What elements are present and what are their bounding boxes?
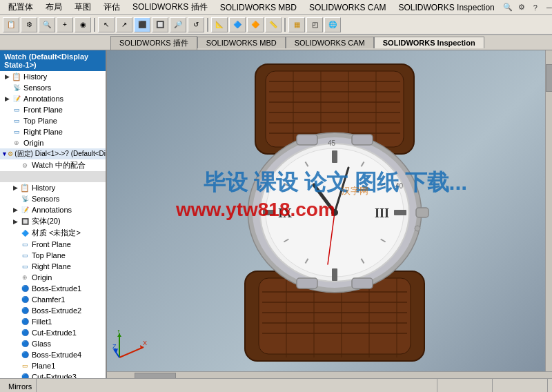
toolbar-view-3[interactable]: ⬛ [134,17,150,32]
toolbar-view-1[interactable]: ↖ [98,17,115,32]
expand-icon[interactable]: ▼ [1,150,8,158]
feature-icon: 🔵 [19,295,30,304]
expand-icon[interactable]: ▶ [11,206,19,214]
menu-sw-mbd[interactable]: SOLIDWORKS MBD [215,1,302,14]
expand-icon [11,340,19,348]
toolbar-display-3[interactable]: 🌐 [324,17,341,32]
expand-icon [11,262,19,271]
tree-item-cut-extrude3[interactable]: 🔵 Cut-Extrude3 [0,371,106,378]
3d-viewport[interactable]: IX III 45 40 毕设 课设 论文 图纸 下载.. [107,50,552,378]
right-icons-bar: 🔍 ⚙ ? ─ □ ✕ [502,1,552,14]
tree-item-cut-extrude1[interactable]: 🔵 Cut-Extrude1 [0,327,106,338]
toolbar-view-4[interactable]: 🔲 [152,17,168,32]
tree-item-dial-assembly[interactable]: ▼ ⚙ (固定) Dial<1>->? (Default<Di [0,148,106,159]
svg-text:45: 45 [328,139,336,147]
toolbar-btn-2[interactable]: ⚙ [21,17,37,32]
tree-label: Sensors [32,195,59,203]
svg-rect-32 [332,268,337,281]
scrollbar-thumb-h[interactable] [135,373,176,378]
tree-item-material[interactable]: 🔷 材质 <未指定> [0,227,106,239]
tree-item-glass[interactable]: 🔵 Glass [0,338,106,349]
toolbar-btn-4[interactable]: + [57,17,73,32]
menu-评估[interactable]: 评估 [98,0,126,14]
tree-item-sub-front[interactable]: ▭ Front Plane [0,239,106,250]
svg-rect-52 [297,278,317,288]
toolbar-view-6[interactable]: ↺ [188,17,204,32]
tab-sw-cam[interactable]: SOLIDWORKS CAM [286,37,374,48]
toolbar-mate-2[interactable]: 🔷 [229,17,246,32]
toolbar-view-5[interactable]: 🔎 [170,17,186,32]
svg-line-55 [119,347,144,357]
feature-tree-panel[interactable]: Watch (Default<Display State-1>) ▶ 📋 His… [0,50,107,378]
toolbar-mate-4[interactable]: 📏 [265,17,282,32]
material-icon: 🔷 [19,228,30,238]
svg-text:Z: Z [112,343,117,350]
toolbar-view-2[interactable]: ↗ [116,17,132,32]
toolbar-btn-5[interactable]: ◉ [75,17,91,32]
tree-label: Right Plane [23,128,63,136]
expand-icon [11,161,19,170]
expand-icon[interactable]: ▶ [11,184,19,192]
tree-item-sub-origin[interactable]: ⊕ Origin [0,272,106,283]
menu-sw-cam[interactable]: SOLIDWORKS CAM [304,1,391,14]
tree-item-sub-top[interactable]: ▭ Top Plane [0,250,106,261]
tree-item-sub-annotations[interactable]: ▶ 📝 Annotations [0,204,106,215]
search-icon[interactable]: 🔍 [502,1,514,14]
tree-item-sub-sensors[interactable]: 📡 Sensors [0,193,106,204]
menu-布局[interactable]: 布局 [40,0,68,14]
menu-sw-inspection[interactable]: SOLIDWORKS Inspection [393,1,500,14]
expand-icon [11,195,19,203]
tree-item-sub-history[interactable]: ▶ 📋 History [0,182,106,193]
menu-配置体[interactable]: 配置体 [3,0,39,14]
assembly-icon: ⚙ [8,149,13,159]
menu-sw-plugins[interactable]: SOLIDWORKS 插件 [127,0,213,14]
feature-tree-header: Watch (Default<Display State-1>) [0,50,106,71]
expand-icon[interactable]: ▶ [3,95,11,103]
tree-item-annotations-root[interactable]: ▶ 📝 Annotations [0,93,106,104]
viewport-scrollbar-v[interactable] [545,50,552,378]
tree-item-boss-extrude4[interactable]: 🔵 Boss-Extrude4 [0,349,106,360]
viewport-scrollbar-h[interactable] [107,371,552,378]
tree-item-chamfer1[interactable]: 🔵 Chamfer1 [0,294,106,305]
tree-label: History [23,72,47,81]
menu-草图[interactable]: 草图 [69,0,97,14]
tab-sw-plugins[interactable]: SOLIDWORKS 插件 [110,36,197,50]
tree-label: Fillet1 [32,317,52,326]
tree-item-front-plane[interactable]: ▭ Front Plane [0,104,106,115]
expand-icon[interactable]: ▶ [3,72,11,81]
tree-label: Cut-Extrude3 [32,373,77,378]
tree-label: Boss-Extrude2 [32,306,81,315]
tree-item-history-root[interactable]: ▶ 📋 History [0,71,106,82]
tree-item-top-plane[interactable]: ▭ Top Plane [0,115,106,126]
toolbar-mate-3[interactable]: 🔶 [247,17,264,32]
menu-bar: 配置体 布局 草图 评估 SOLIDWORKS 插件 SOLIDWORKS MB… [0,0,552,15]
tree-item-sub-right[interactable]: ▭ Right Plane [0,261,106,272]
plane-icon: ▭ [19,262,30,271]
expand-icon [11,240,19,248]
tree-item-watch-mates[interactable]: ⚙ Watch 中的配合 [0,159,106,171]
scrollbar-thumb-v[interactable] [546,64,552,92]
expand-icon [11,306,19,315]
toolbar-display-1[interactable]: ▦ [288,17,305,32]
tab-sw-inspection[interactable]: SOLIDWORKS Inspection [374,37,484,48]
tree-item-fillet1[interactable]: 🔵 Fillet1 [0,316,106,327]
toolbar-display-2[interactable]: ◰ [306,17,323,32]
tree-item-plane1[interactable]: ▭ Plane1 [0,360,106,371]
settings-icon[interactable]: ⚙ [515,1,528,14]
expand-icon [3,84,11,92]
tab-sw-mbd[interactable]: SOLIDWORKS MBD [197,37,286,48]
tree-label: Origin [32,273,52,282]
tree-item-right-plane[interactable]: ▭ Right Plane [0,126,106,137]
tree-item-boss-extrude2[interactable]: 🔵 Boss-Extrude2 [0,305,106,316]
tree-item-solid-bodies[interactable]: ▶ 🔲 实体(20) [0,215,106,227]
tree-item-origin[interactable]: ⊕ Origin [0,137,106,148]
toolbar-btn-3[interactable]: 🔍 [39,17,55,32]
status-section-4 [493,379,548,392]
expand-icon[interactable]: ▶ [11,217,19,226]
tree-item-boss-extrude1[interactable]: 🔵 Boss-Extrude1 [0,283,106,294]
question-icon[interactable]: ? [529,1,542,14]
toolbar-btn-1[interactable]: 📋 [3,17,19,32]
minimize-icon[interactable]: ─ [543,1,552,14]
toolbar-mate-1[interactable]: 📐 [211,17,228,32]
tree-item-sensors-root[interactable]: 📡 Sensors [0,82,106,93]
